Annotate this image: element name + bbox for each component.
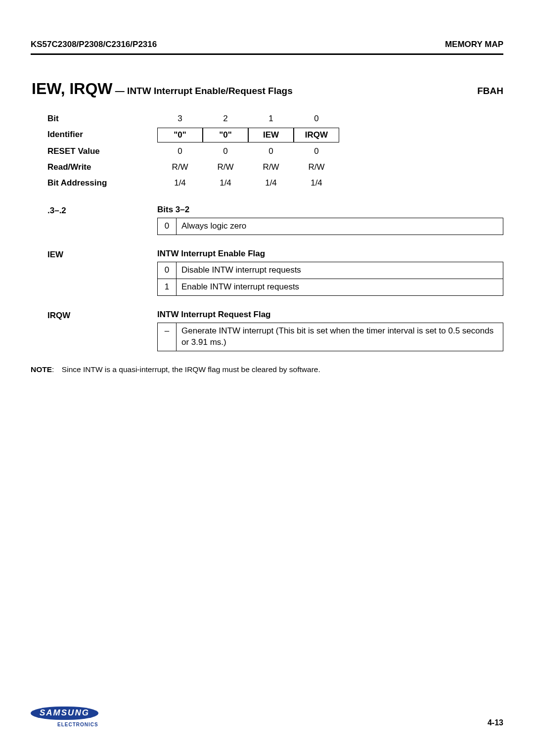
title-main: IEW, IRQW [32,80,113,97]
rw-cell: R/W [157,160,203,174]
addr-cell: 1/4 [248,176,294,190]
table-row: – Generate INTW interrupt (This bit is s… [158,323,503,351]
reset-cell: 0 [294,144,339,158]
flag-code: 0 [158,262,177,279]
note-text: : Since INTW is a quasi-interrupt, the I… [52,365,320,374]
identifier-cell: "0" [203,128,248,142]
table-row: 1 Enable INTW interrupt requests [158,279,503,295]
flag-table: – Generate INTW interrupt (This bit is s… [157,323,503,351]
reset-cell: 0 [248,144,294,158]
addr-cell: 1/4 [203,176,248,190]
identifier-cell: IRQW [294,128,339,142]
flag-text: Generate INTW interrupt (This bit is set… [177,323,503,351]
title-row: IEW, IRQW — INTW Interrupt Enable/Reques… [32,80,503,98]
section-body: INTW Interrupt Request Flag – Generate I… [157,310,503,351]
footer: SAMSUNG ELECTRONICS 4-13 [31,707,503,727]
page-header: KS57C2308/P2308/C2316/P2316 MEMORY MAP [31,40,503,55]
row-bit-label: Bit [47,112,157,126]
flag-text: Enable INTW interrupt requests [177,279,503,295]
table-row: 0 Always logic zero [158,218,503,235]
logo-sub: ELECTRONICS [57,722,98,727]
bit-cell: 0 [294,112,339,126]
bit-cell: 2 [203,112,248,126]
reset-rest: Value [76,146,100,156]
header-right: MEMORY MAP [445,40,503,49]
reset-cell: 0 [157,144,203,158]
row-reset-label: RESET Value [47,144,157,158]
flag-text: Always logic zero [177,218,503,235]
addr-cell: 1/4 [294,176,339,190]
identifier-cell: IEW [248,128,294,142]
bit-cell: 1 [248,112,294,126]
section-iew: IEW INTW Interrupt Enable Flag 0 Disable… [47,249,503,296]
flag-table: 0 Always logic zero [157,218,503,235]
rw-cell: R/W [203,160,248,174]
table-row: 0 Disable INTW interrupt requests [158,262,503,279]
section-label: IEW [47,249,157,296]
rw-cell: R/W [294,160,339,174]
header-left: KS57C2308/P2308/C2316/P2316 [31,40,157,49]
title-sub: — INTW Interrupt Enable/Request Flags [113,86,293,96]
content: Bit 3 2 1 0 Identifier "0" "0" IEW IRQW … [47,112,503,351]
flag-text: Disable INTW interrupt requests [177,262,503,279]
reset-small: RESET [47,146,76,156]
bit-table: Bit 3 2 1 0 Identifier "0" "0" IEW IRQW … [47,112,503,190]
flag-code: 1 [158,279,177,295]
section-body: Bits 3–2 0 Always logic zero [157,205,503,235]
note: NOTE: Since INTW is a quasi-interrupt, t… [31,365,503,374]
row-addr-label: Bit Addressing [47,176,157,190]
title-left: IEW, IRQW — INTW Interrupt Enable/Reques… [32,80,293,98]
section-label: IRQW [47,310,157,351]
logo-main: SAMSUNG [31,707,98,720]
brand-logo: SAMSUNG ELECTRONICS [31,707,98,727]
page-number: 4-13 [488,718,503,727]
row-rw-label: Read/Write [47,160,157,174]
section-body: INTW Interrupt Enable Flag 0 Disable INT… [157,249,503,296]
title-code: FBAH [477,86,503,96]
section-head: INTW Interrupt Enable Flag [157,249,503,259]
section-irqw: IRQW INTW Interrupt Request Flag – Gener… [47,310,503,351]
section-head: INTW Interrupt Request Flag [157,310,503,320]
row-identifier-label: Identifier [47,128,157,142]
section-bits32: .3–.2 Bits 3–2 0 Always logic zero [47,205,503,235]
note-bold: NOTE [31,365,52,374]
section-label: .3–.2 [47,205,157,235]
flag-code: 0 [158,218,177,235]
addr-cell: 1/4 [157,176,203,190]
reset-cell: 0 [203,144,248,158]
flag-table: 0 Disable INTW interrupt requests 1 Enab… [157,262,503,296]
section-head: Bits 3–2 [157,205,503,215]
flag-code: – [158,323,177,351]
rw-cell: R/W [248,160,294,174]
identifier-cell: "0" [157,128,203,142]
bit-cell: 3 [157,112,203,126]
